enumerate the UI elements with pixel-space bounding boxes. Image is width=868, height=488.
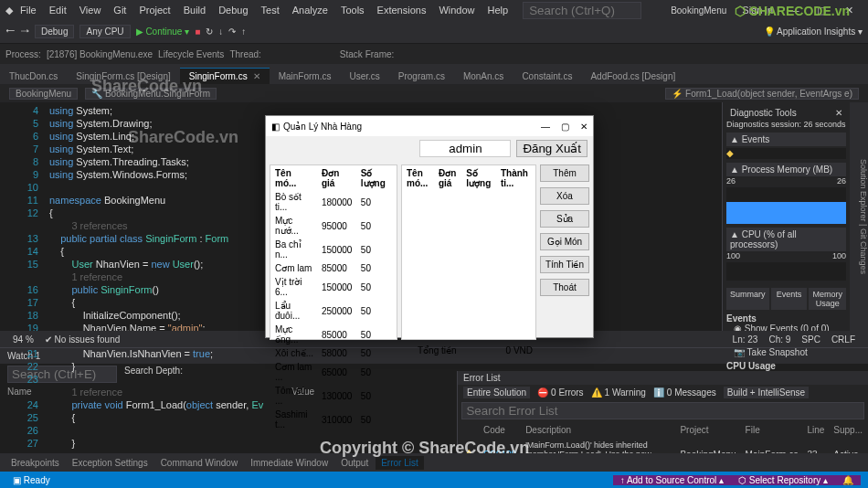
doc-tab[interactable]: SinginForm.cs [Design] [67,69,179,84]
menu-window[interactable]: Window [433,3,480,17]
notif-icon[interactable]: 🔔 [835,475,861,485]
status-ready: ▣ Ready [7,475,56,485]
doc-tab[interactable]: Constaint.cs [513,69,581,84]
add-source-control[interactable]: ↑ Add to Source Control ▴ [613,475,731,485]
doc-tab[interactable]: User.cs [340,69,388,84]
restart-icon[interactable]: ↻ [206,27,213,37]
dlg-min-icon[interactable]: ― [541,122,550,132]
menu-build[interactable]: Build [178,3,211,17]
tab-errorlist[interactable]: Error List [376,456,424,470]
err-col-desc[interactable]: Description [522,423,674,437]
err-col-file[interactable]: File [742,423,802,437]
step-into-icon[interactable]: ↓ [218,27,223,37]
menu-debug[interactable]: Debug [213,3,253,17]
doc-tab[interactable]: ThucDon.cs [0,69,67,84]
menu-row[interactable]: Tôm sú ...13000050 [272,385,395,407]
doc-tab[interactable]: SinginForm.cs✕ [180,68,270,84]
menu-file[interactable]: File [15,3,42,17]
doc-tab[interactable]: MainForm.cs [270,69,341,84]
menu-row[interactable]: Sashimi t...31000050 [272,408,395,430]
select-repo[interactable]: ⬡ Select Repository ▴ [731,475,835,485]
diag-snapshot[interactable]: Take Snapshot [747,347,808,357]
menu-test[interactable]: Test [256,3,285,17]
tab-breakpoints[interactable]: Breakpoints [5,456,65,470]
menu-help[interactable]: Help [482,3,514,17]
menu-row[interactable]: Lẩu đuôi...25000050 [272,300,395,322]
tab-immediate[interactable]: Immediate Window [245,456,333,470]
menu-project[interactable]: Project [133,3,175,17]
diag-session: Diagnostics session: 26 seconds [726,120,846,129]
menu-row[interactable]: Vịt trời 6...15000050 [272,276,395,298]
diag-events[interactable]: ▲ Events [726,133,846,146]
continue-button[interactable]: ▶ Continue ▾ [136,27,190,37]
diag-cpu[interactable]: ▲ CPU (% of all processors) [726,228,846,251]
process-bar: Process: [21876] BookingMenu.exe Lifecyc… [0,44,868,64]
menu-row[interactable]: Ba chỉ n...15000050 [272,239,395,260]
menu-row[interactable]: Mực nướ...9500050 [272,215,395,237]
menu-extensions[interactable]: Extensions [372,3,432,17]
menu-row[interactable]: Cơm lam8500050 [272,262,395,274]
diag-tab-memory[interactable]: Memory Usage [809,288,846,310]
menu-grid[interactable]: Tên mó...Đơn giáSố lượngBò sốt ti...1800… [270,164,397,340]
btn-logout[interactable]: Đăng Xuất [516,140,587,157]
err-col-sup[interactable]: Supp... [830,423,866,437]
err-col-line[interactable]: Line [803,423,828,437]
diag-tab-summary[interactable]: Summary [726,288,769,310]
bottom-tabs: Breakpoints Exception Settings Command W… [0,453,868,472]
menu-view[interactable]: View [74,3,107,17]
btn-edit[interactable]: Sửa [540,210,589,228]
doc-tab[interactable]: MonAn.cs [454,69,513,84]
menu-row[interactable]: Bò sốt ti...18000050 [272,191,395,213]
quick-search[interactable] [523,2,641,19]
tab-command[interactable]: Command Window [155,456,243,470]
menu-row[interactable]: Cơm lam ...6500050 [272,361,395,383]
diag-mem[interactable]: ▲ Process Memory (MB) [726,163,846,176]
menu-row[interactable]: Mực ống...8500050 [272,324,395,345]
menu-edit[interactable]: Edit [44,3,72,17]
tab-exceptions[interactable]: Exception Settings [67,456,153,470]
dlg-user[interactable] [419,140,511,157]
crumb-method[interactable]: ⚡ Form1_Load(object sender, EventArgs e) [665,88,859,100]
back-icon[interactable]: ⭠ [5,27,15,37]
config-select[interactable]: Debug [35,25,74,38]
issues[interactable]: No issues found [55,334,121,345]
menu-tools[interactable]: Tools [335,3,370,17]
crumb-class[interactable]: 🔧 BookingMenu.SinginForm [85,88,217,100]
vs-icon: ◆ [5,5,13,16]
err-col-code[interactable]: Code [480,423,520,437]
btn-add[interactable]: Thêm [540,164,589,182]
menu-analyze[interactable]: Analyze [287,3,333,17]
zoom-level[interactable]: 94 % [7,334,39,345]
stop-icon[interactable]: ■ [195,27,200,37]
doc-tab[interactable]: Program.cs [389,69,454,84]
fwd-icon[interactable]: ⭢ [20,27,29,37]
menu-git[interactable]: Git [108,3,132,17]
platform-select[interactable]: Any CPU [79,25,130,38]
app-insights[interactable]: 💡 Application Insights ▾ [764,27,863,37]
warnings-count[interactable]: ⚠️ 1 Warning [591,387,646,398]
dlg-close-icon[interactable]: ✕ [580,122,587,132]
dlg-max-icon[interactable]: ▢ [561,122,569,132]
btn-order[interactable]: Gọi Món [540,233,589,250]
step-over-icon[interactable]: ↷ [228,27,236,37]
process-select[interactable]: [21876] BookingMenu.exe [47,49,153,59]
btn-bill[interactable]: Tính Tiền [540,256,589,273]
diag-tab-events[interactable]: Events [771,288,808,310]
messages-count[interactable]: ℹ️ 0 Messages [653,387,716,398]
crumb-project[interactable]: BookingMenu [9,88,78,100]
tab-output[interactable]: Output [335,456,374,470]
menu-row[interactable]: Xôi chế...5800050 [272,347,395,359]
err-col-proj[interactable]: Project [676,423,739,437]
doc-tab[interactable]: AddFood.cs [Design] [581,69,684,84]
btn-del[interactable]: Xóa [540,187,589,205]
diag-close-icon[interactable]: ✕ [835,108,842,118]
error-scope[interactable]: Entire Solution [463,387,530,398]
order-grid[interactable]: Tên mó...Đơn giáSố lượngThành ti... [401,164,536,340]
eol-mode: CRLF [826,334,861,345]
error-search[interactable] [461,402,863,419]
step-out-icon[interactable]: ↑ [241,27,246,37]
btn-exit[interactable]: Thoát [540,279,589,296]
errors-count[interactable]: ⛔ 0 Errors [537,387,584,398]
solution-explorer-strip[interactable]: Solution Explorer | Git Changes [850,102,868,331]
build-filter[interactable]: Build + IntelliSense [724,387,809,398]
